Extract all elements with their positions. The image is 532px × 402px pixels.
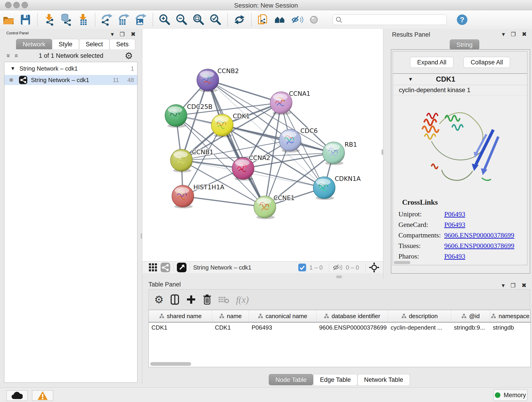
crosslink-link[interactable]: 9606.ENSP00000378699	[444, 242, 514, 249]
share-document-button[interactable]	[256, 13, 270, 26]
tab-network-table[interactable]: Network Table	[357, 374, 410, 385]
birdseye-crosshair-icon[interactable]	[369, 262, 380, 273]
gene-collapse-icon[interactable]: ▼	[408, 76, 413, 82]
network-graph[interactable]: CCNB2 CCNA1 CDC25B CDK1 CDC6 RB1 CCNB1 C…	[142, 29, 383, 261]
open-session-button[interactable]	[1, 13, 16, 26]
control-panel-float-icon[interactable]: ❒	[120, 31, 125, 38]
cell-name[interactable]: CDK1	[212, 324, 249, 331]
node-CDK1[interactable]: CDK1	[211, 113, 250, 137]
crosslink-link[interactable]: 9606.ENSP00000378699	[444, 231, 514, 239]
crosslink-link[interactable]: P06493	[444, 252, 465, 260]
cell-canonical-name[interactable]: P06493	[249, 324, 317, 331]
save-session-button[interactable]	[18, 13, 32, 26]
bottom-splitter-handle[interactable]	[336, 275, 342, 278]
hidden-eye-icon[interactable]	[332, 263, 342, 272]
network-collection-row[interactable]: ▼ String Network – cdk1 1	[4, 62, 137, 74]
node-CDC6[interactable]: CDC6	[279, 127, 318, 153]
column-header-database-identifier[interactable]: database identifier	[317, 310, 388, 322]
network-canvas[interactable]: CCNB2 CCNA1 CDC25B CDK1 CDC6 RB1 CCNB1 C…	[142, 29, 383, 261]
crosslink-row: GeneCard: P06493	[393, 219, 527, 230]
search-input[interactable]	[342, 16, 440, 23]
search-field[interactable]	[333, 14, 447, 25]
zoom-out-icon	[175, 13, 188, 26]
tab-network[interactable]: Network	[16, 39, 52, 49]
detach-view-icon[interactable]	[177, 263, 186, 272]
grid-view-icon[interactable]	[148, 263, 157, 272]
import-network-database-button[interactable]	[59, 13, 73, 26]
table-panel-float-icon[interactable]: ❒	[511, 282, 516, 289]
node-CCNB2[interactable]: CCNB2	[197, 67, 239, 92]
table-options-gear-icon[interactable]: ⚙	[154, 293, 164, 306]
delete-column-trash-icon[interactable]	[202, 294, 212, 305]
node-RB1[interactable]: RB1	[323, 141, 357, 165]
network-list-options-gear-icon[interactable]: ⚙	[125, 51, 133, 61]
table-row[interactable]: CDK1CDK1P064939606.ENSP00000378699cyclin…	[149, 322, 530, 332]
show-eye-button[interactable]	[307, 13, 321, 26]
warning-button[interactable]	[32, 390, 53, 401]
zoom-out-button[interactable]	[175, 13, 189, 26]
zoom-fit-button[interactable]	[191, 13, 206, 26]
tab-select[interactable]: Select	[79, 39, 109, 49]
table-panel-collapse-icon[interactable]: ▾	[502, 282, 505, 289]
column-header--id[interactable]: @id	[451, 310, 490, 322]
selected-checkbox-icon[interactable]	[298, 264, 306, 271]
tab-node-table[interactable]: Node Table	[269, 374, 313, 385]
crosslink-label: Tissues:	[393, 242, 444, 249]
import-network-file-button[interactable]	[42, 13, 56, 26]
network-overview-share-icon[interactable]	[161, 263, 170, 272]
crosslink-link[interactable]: P06493	[444, 210, 465, 218]
memory-button[interactable]: Memory	[494, 389, 527, 401]
control-panel-close-icon[interactable]: ✖	[131, 31, 136, 38]
results-hscroll-thumb[interactable]	[394, 261, 410, 264]
results-panel-close-icon[interactable]: ✖	[522, 31, 527, 38]
gene-description: cyclin-dependent kinase 1	[393, 85, 527, 95]
expand-all-button[interactable]: Expand All	[410, 57, 454, 68]
export-image-button[interactable]	[134, 13, 148, 26]
home-pages-button[interactable]	[273, 13, 287, 26]
column-header-description[interactable]: description	[388, 310, 451, 322]
cell-description[interactable]: cyclin-dependent ...	[388, 324, 451, 331]
node-CCNE1[interactable]: CCNE1	[254, 194, 295, 219]
network-row[interactable]: String Network – cdk1 11 48	[4, 75, 137, 85]
export-table-button[interactable]	[117, 13, 131, 26]
column-header-shared-name[interactable]: shared name	[149, 310, 212, 322]
node-CDKN1A[interactable]: CDKN1A	[313, 175, 361, 200]
node-CCNB1[interactable]: CCNB1	[171, 148, 214, 172]
zoom-selected-button[interactable]	[209, 13, 223, 26]
results-panel-collapse-icon[interactable]: ▾	[502, 31, 505, 38]
export-network-button[interactable]	[100, 13, 114, 26]
column-header-canonical-name[interactable]: canonical name	[249, 310, 317, 322]
show-columns-icon[interactable]	[170, 294, 180, 305]
cell--id[interactable]: stringdb:9...	[451, 324, 490, 331]
control-panel-collapse-icon[interactable]: ▾	[111, 31, 114, 38]
crosslink-link[interactable]: P06493	[444, 221, 465, 229]
gene-header-row[interactable]: ▼ CDK1	[393, 74, 527, 85]
column-header-namespace[interactable]: namespace	[490, 310, 530, 322]
column-header-name[interactable]: name	[212, 310, 249, 322]
results-panel-float-icon[interactable]: ❒	[511, 31, 516, 38]
node-CDC25B[interactable]: CDC25B	[165, 103, 212, 128]
zoom-in-button[interactable]	[158, 13, 172, 26]
tab-style[interactable]: Style	[52, 39, 79, 49]
node-HIST1H1A[interactable]: HIST1H1A	[172, 184, 225, 208]
toolbar-separator	[227, 13, 228, 26]
tab-sets[interactable]: Sets	[109, 39, 135, 49]
collection-expand-icon[interactable]: ▼	[10, 65, 15, 71]
cloud-button[interactable]	[6, 390, 27, 401]
import-table-file-button[interactable]	[76, 13, 90, 26]
crosslinks-heading: CrossLinks	[393, 194, 527, 209]
results-tab-string[interactable]: String	[450, 39, 479, 50]
table-panel-close-icon[interactable]: ✖	[521, 282, 526, 289]
table-hscroll-thumb[interactable]	[150, 362, 191, 366]
update-network-button[interactable]	[232, 13, 247, 26]
cell-database-identifier[interactable]: 9606.ENSP00000378699	[317, 324, 388, 331]
help-button[interactable]: ?	[455, 13, 469, 26]
hide-panel-eye-button[interactable]	[290, 13, 304, 26]
memory-status-dot-icon	[495, 392, 500, 398]
collapse-all-button[interactable]: Collapse All	[463, 57, 510, 68]
tab-edge-table[interactable]: Edge Table	[313, 374, 357, 385]
cell-shared-name[interactable]: CDK1	[149, 324, 212, 331]
cell-namespace[interactable]: stringdb	[490, 324, 530, 331]
crosslink-label: Uniprot:	[393, 210, 444, 218]
add-column-icon[interactable]	[186, 294, 196, 305]
